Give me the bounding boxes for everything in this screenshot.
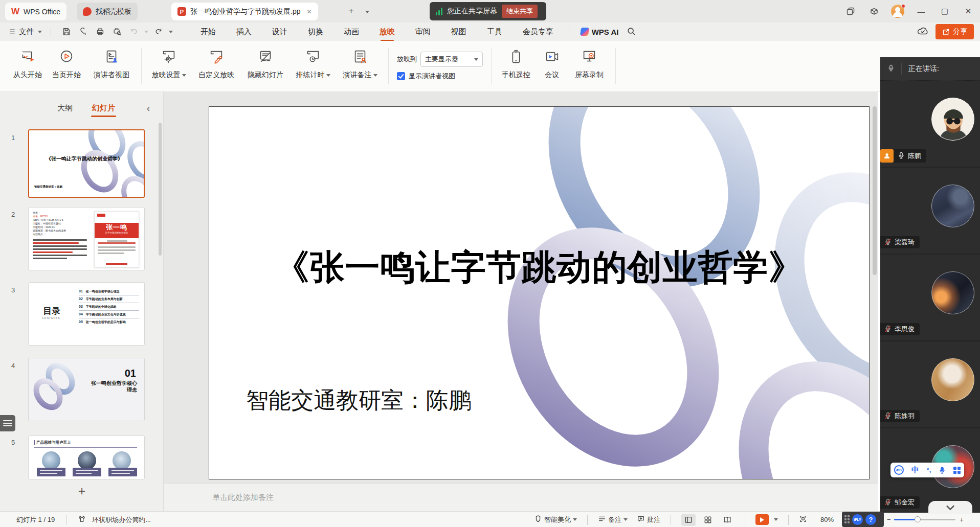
gift-box-icon[interactable] xyxy=(862,0,886,22)
custom-show-button[interactable]: 自定义放映 xyxy=(192,41,241,91)
print-preview-icon[interactable] xyxy=(110,26,124,38)
zoom-in-button[interactable]: ＋ xyxy=(959,515,965,524)
template-name[interactable]: 环状职场办公简约... xyxy=(92,515,151,524)
maximize-button[interactable]: ▢ xyxy=(933,0,956,22)
menu-tab-slideshow[interactable]: 放映 xyxy=(369,24,405,40)
tab-slides[interactable]: 幻灯片 xyxy=(92,103,115,117)
divider xyxy=(66,515,66,525)
caret-down-icon[interactable] xyxy=(144,31,148,33)
ime-language-icon[interactable]: 中 xyxy=(911,465,919,475)
export-pdf-icon[interactable] xyxy=(77,26,90,38)
canvas-scrollbar[interactable] xyxy=(873,106,877,479)
normal-view-button[interactable] xyxy=(681,514,696,526)
ime-menu-grid-icon[interactable] xyxy=(953,467,961,474)
scrollbar-thumb[interactable] xyxy=(873,106,877,275)
participant-tile[interactable]: 李思俊 xyxy=(880,255,980,341)
share-button[interactable]: 分享 xyxy=(936,24,974,39)
reading-view-button[interactable] xyxy=(720,514,734,526)
user-avatar[interactable] xyxy=(886,0,909,22)
slide-canvas[interactable]: 《张一鸣让字节跳动的创业哲学》 智能交通教研室：陈鹏 xyxy=(209,106,870,479)
zoom-handle[interactable] xyxy=(915,516,921,522)
screen-gear-icon xyxy=(160,48,177,67)
scrollbar-thumb[interactable] xyxy=(159,123,162,256)
tab-wps-home[interactable]: W WPS Office xyxy=(5,3,66,20)
menu-tab-insert[interactable]: 插入 xyxy=(226,24,262,40)
save-icon[interactable] xyxy=(60,26,73,38)
slide-sorter-view-button[interactable] xyxy=(701,514,715,526)
undo-icon[interactable] xyxy=(127,26,141,38)
tab-list-button[interactable] xyxy=(365,7,369,16)
punctuation-icon[interactable]: °, xyxy=(927,466,931,474)
notes-button[interactable]: 备注 xyxy=(598,515,628,524)
end-share-button[interactable]: 结束共享 xyxy=(502,5,538,18)
hide-slide-button[interactable]: 隐藏幻灯片 xyxy=(241,41,290,91)
wps-ai-button[interactable]: WPS AI xyxy=(581,28,619,36)
slide-thumbnail-2[interactable]: 作者：书号：F2726 ISBN：978-7-5136-6771-6出版社：中国… xyxy=(28,207,145,270)
slide-title[interactable]: 《张一鸣让字节跳动的创业哲学》 xyxy=(209,244,869,290)
show-presenter-view-checkbox[interactable] xyxy=(397,72,405,80)
voice-input-icon[interactable] xyxy=(939,467,946,474)
comments-button[interactable]: 批注 xyxy=(637,515,660,524)
file-menu[interactable]: 文件 xyxy=(19,27,34,37)
help-icon[interactable]: ? xyxy=(865,514,876,525)
menu-tab-tools[interactable]: 工具 xyxy=(477,24,513,40)
zoom-track[interactable] xyxy=(894,519,955,520)
add-slide-button[interactable]: ＋ xyxy=(76,485,88,497)
slideshow-settings-button[interactable]: 放映设置 xyxy=(146,41,192,91)
close-window-button[interactable]: ✕ xyxy=(956,0,980,22)
caret-down-icon[interactable] xyxy=(774,518,778,521)
ime-status-widget[interactable]: iFLY ? xyxy=(842,512,884,527)
menu-tab-animation[interactable]: 动画 xyxy=(333,24,369,40)
slide-thumbnail-1[interactable]: 《张一鸣让字节跳动的创业哲学》 智能交通教研室：陈鹏 xyxy=(28,129,145,198)
divider xyxy=(788,515,789,525)
notes-bar[interactable]: 单击此处添加备注 xyxy=(164,483,878,511)
phone-remote-button[interactable]: 手机遥控 xyxy=(496,41,537,91)
presenter-view-button[interactable]: 演讲者视图 xyxy=(86,41,137,91)
menu-tab-member[interactable]: 会员专享 xyxy=(513,24,564,40)
fit-to-window-icon[interactable] xyxy=(799,515,807,524)
smart-beautify-button[interactable]: 智能美化 xyxy=(534,515,577,524)
slide-thumbnail-3[interactable]: 目录 CONTENTS 01张一鸣创业哲学核心理念 02字节跳动的业务布局与创新… xyxy=(28,282,145,346)
redo-icon[interactable] xyxy=(152,26,165,38)
participant-tile[interactable]: 梁嘉琦 xyxy=(880,168,980,255)
microphone-icon[interactable] xyxy=(887,64,895,73)
participant-tile[interactable]: 陈姝羽 xyxy=(880,341,980,428)
display-target-select[interactable]: 主要显示器 xyxy=(420,52,483,67)
close-tab-icon[interactable]: ✕ xyxy=(306,8,311,15)
new-tab-button[interactable]: ＋ xyxy=(347,6,355,15)
screen-record-button[interactable]: 屏幕录制 xyxy=(567,41,611,91)
caret-down-icon[interactable] xyxy=(169,31,173,33)
collapse-panel-icon[interactable]: ‹ xyxy=(147,103,150,114)
zoom-out-button[interactable]: − xyxy=(887,516,891,523)
play-slideshow-button[interactable] xyxy=(755,514,769,525)
hamburger-icon[interactable]: ☰ xyxy=(9,28,15,36)
collapse-sidebar-button[interactable] xyxy=(928,501,972,514)
search-icon[interactable] xyxy=(627,27,636,37)
slide-thumbnail-4[interactable]: 01 张一鸣创业哲学核心理念 xyxy=(28,358,145,421)
menu-tab-view[interactable]: 视图 xyxy=(441,24,477,40)
tab-docer-templates[interactable]: 找稻壳模板 xyxy=(77,3,138,20)
speaker-notes-button[interactable]: 演讲备注 xyxy=(336,41,384,91)
ifly-logo-icon[interactable]: iFLY xyxy=(852,514,863,525)
menu-tab-home[interactable]: 开始 xyxy=(190,24,226,40)
layers-icon[interactable] xyxy=(839,0,862,22)
rehearse-timing-button[interactable]: 排练计时 xyxy=(290,41,336,91)
panel-grid-toggle-button[interactable] xyxy=(0,415,15,431)
meeting-button[interactable]: 会议 xyxy=(537,41,567,91)
slide-thumbnail-5[interactable]: 产品思维与用户至上 xyxy=(28,436,145,479)
participant-tile[interactable]: 陈鹏 xyxy=(880,81,980,168)
ifly-logo-icon[interactable]: iFLY xyxy=(894,465,904,475)
print-icon[interactable] xyxy=(94,26,107,38)
slide-subtitle[interactable]: 智能交通教研室：陈鹏 xyxy=(246,385,471,416)
menu-tab-transition[interactable]: 切换 xyxy=(298,24,333,40)
menu-tab-review[interactable]: 审阅 xyxy=(405,24,441,40)
from-beginning-button[interactable]: 从头开始 xyxy=(8,41,47,91)
minimize-button[interactable]: — xyxy=(909,0,933,22)
tab-document[interactable]: P 张一鸣创业哲学与字节跳动发展.pp ✕ xyxy=(171,3,318,20)
cloud-saved-icon[interactable] xyxy=(917,26,928,38)
tab-outline[interactable]: 大纲 xyxy=(57,103,73,117)
from-current-button[interactable]: 当页开始 xyxy=(47,41,86,91)
panel-scrollbar[interactable] xyxy=(159,123,162,480)
drag-dots-icon[interactable] xyxy=(844,515,850,523)
menu-tab-design[interactable]: 设计 xyxy=(262,24,298,40)
